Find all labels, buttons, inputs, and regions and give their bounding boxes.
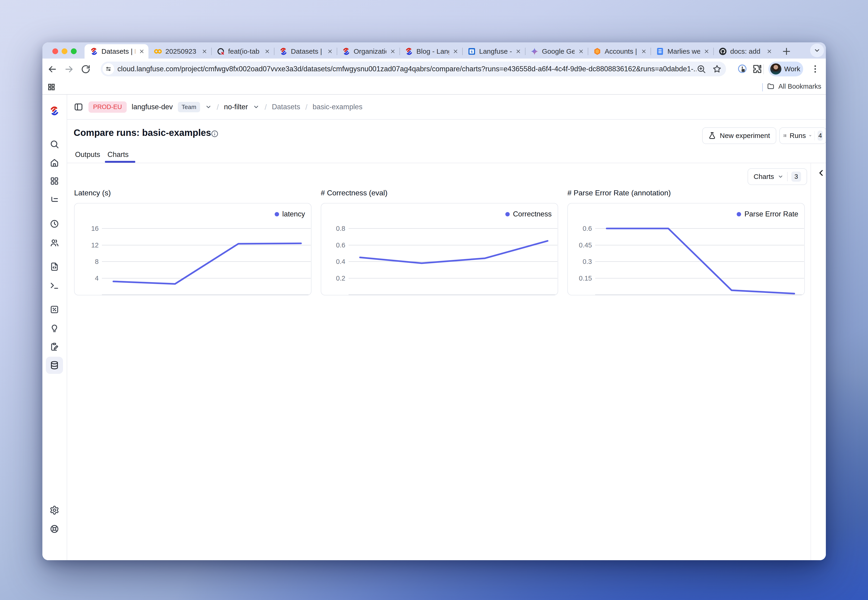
svg-text:0.6: 0.6 [583, 225, 592, 232]
view-tabs: Outputs Charts [67, 148, 826, 163]
sidebar-item-home[interactable] [46, 154, 63, 171]
chart-block-1: Latency (s)161284latency [74, 189, 311, 295]
chevron-down-icon [778, 174, 783, 180]
breadcrumb-project[interactable]: no-filter [224, 103, 248, 111]
sidebar-item-datasets[interactable] [46, 357, 63, 374]
address-bar[interactable]: cloud.langfuse.com/project/cmfwgv8fx002o… [101, 62, 726, 76]
site-settings-icon[interactable] [103, 63, 114, 75]
svg-text:0.2: 0.2 [336, 274, 345, 282]
sidebar-item-annotation[interactable] [46, 338, 63, 356]
tab-close-icon[interactable] [766, 48, 773, 55]
reload-button[interactable] [80, 64, 91, 74]
browser-menu-icon[interactable] [810, 64, 821, 74]
sidebar-item-tracing[interactable] [46, 191, 63, 209]
browser-tab-4[interactable]: Datasets | L [274, 44, 337, 59]
info-icon[interactable] [211, 130, 219, 138]
tab-close-icon[interactable] [326, 48, 334, 55]
breadcrumb-separator: / [217, 103, 219, 112]
docblue-favicon-icon [656, 47, 665, 56]
tab-charts[interactable]: Charts [108, 150, 129, 159]
bookmark-star-icon[interactable] [712, 64, 722, 74]
back-button[interactable] [47, 64, 58, 74]
browser-tab-3[interactable]: feat(io-tab [211, 44, 274, 59]
flask-icon [708, 132, 716, 139]
charts-count-badge: 3 [791, 171, 801, 182]
tab-outputs[interactable]: Outputs [75, 150, 100, 159]
sidebar-item-settings[interactable] [46, 502, 63, 519]
new-experiment-button[interactable]: New experiment [702, 127, 776, 144]
tab-close-icon[interactable] [389, 48, 396, 55]
profile-avatar [770, 64, 782, 74]
runs-label: Runs [790, 132, 806, 139]
project-dropdown-icon[interactable] [253, 104, 259, 110]
sidebar-item-support[interactable] [46, 520, 63, 538]
svg-text:0.45: 0.45 [579, 241, 592, 249]
apps-grid-icon[interactable] [47, 83, 56, 91]
sidebar-item-sessions[interactable] [46, 215, 63, 232]
playground-icon [50, 281, 59, 291]
zoom-in-icon[interactable] [697, 64, 706, 74]
extensions-icon[interactable] [751, 64, 762, 74]
browser-tab-11[interactable]: docs: add [713, 44, 776, 59]
sidebar-item-search[interactable] [46, 136, 63, 153]
sidebar-item-dashboards[interactable] [46, 173, 63, 189]
window-zoom-button[interactable] [71, 48, 77, 54]
window-close-button[interactable] [52, 48, 58, 54]
tab-title: Langfuse - [479, 47, 512, 55]
runs-selector-button[interactable]: Runs 4 [779, 127, 826, 144]
browser-tab-9[interactable]: Accounts | [588, 44, 651, 59]
browser-tab-5[interactable]: Organizatio [337, 44, 399, 59]
browser-tab-10[interactable]: Marlies we [651, 44, 713, 59]
charts-selector-button[interactable]: Charts 3 [748, 168, 807, 185]
forward-button[interactable] [64, 64, 74, 74]
gemini-favicon-icon [530, 47, 539, 56]
tab-close-icon[interactable] [703, 48, 710, 55]
tab-separator [399, 48, 400, 55]
org-dropdown-icon[interactable] [205, 104, 212, 110]
new-tab-button[interactable] [780, 45, 793, 58]
browser-tab-7[interactable]: 6Langfuse - [462, 44, 525, 59]
profile-chip[interactable]: Work [768, 62, 803, 76]
sidebar-item-playground[interactable] [46, 277, 63, 294]
github-favicon-icon [718, 47, 727, 56]
sidebar-toggle-icon[interactable] [74, 102, 83, 112]
annotation-icon [50, 342, 59, 352]
breadcrumb-datasets[interactable]: Datasets [272, 103, 300, 111]
browser-tab-6[interactable]: Blog - Lang [399, 44, 462, 59]
tab-close-icon[interactable] [515, 48, 522, 55]
breadcrumb-separator: / [305, 103, 307, 112]
browser-tab-8[interactable]: Google Gem [525, 44, 588, 59]
browser-tab-2[interactable]: 20250923 [149, 44, 211, 59]
tab-close-icon[interactable] [578, 48, 584, 55]
tab-close-icon[interactable] [640, 48, 647, 55]
browser-tab-1[interactable]: Datasets | L [85, 44, 149, 59]
sidebar-item-users[interactable] [46, 234, 63, 252]
tab-close-icon[interactable] [452, 48, 459, 55]
sidebar-item-prompts[interactable] [46, 258, 63, 275]
collapse-panel-icon[interactable] [817, 169, 826, 177]
tab-separator [588, 48, 588, 55]
sidebar-rail [42, 95, 67, 560]
window-minimize-button[interactable] [62, 48, 67, 54]
breadcrumb-org[interactable]: langfuse-dev [132, 103, 173, 111]
org-role-badge: Team [178, 102, 200, 112]
toolbar-divider [763, 64, 764, 74]
sidebar-item-evaluators[interactable] [46, 301, 63, 318]
tab-close-icon[interactable] [264, 48, 271, 55]
home-icon [50, 158, 59, 168]
chevron-down-icon [813, 47, 821, 54]
legend-label: Correctness [513, 210, 552, 218]
tab-search-button[interactable] [810, 44, 824, 57]
legend-dot-icon [505, 212, 510, 217]
sidebar-item-insights[interactable] [46, 320, 63, 337]
tab-title: Accounts | [605, 47, 637, 55]
chart-title: # Correctness (eval) [321, 189, 558, 203]
url-text[interactable]: cloud.langfuse.com/project/cmfwgv8fx002o… [117, 65, 697, 73]
langfuse-logo[interactable] [49, 105, 60, 117]
all-bookmarks-button[interactable]: All Bookmarks [767, 82, 821, 90]
browser-toolbar: cloud.langfuse.com/project/cmfwgv8fx002o… [42, 59, 826, 80]
tab-close-icon[interactable] [138, 48, 145, 55]
breadcrumb-dataset-name[interactable]: basic-examples [313, 103, 363, 111]
password-manager-icon[interactable] [737, 64, 748, 74]
tab-close-icon[interactable] [201, 48, 208, 55]
